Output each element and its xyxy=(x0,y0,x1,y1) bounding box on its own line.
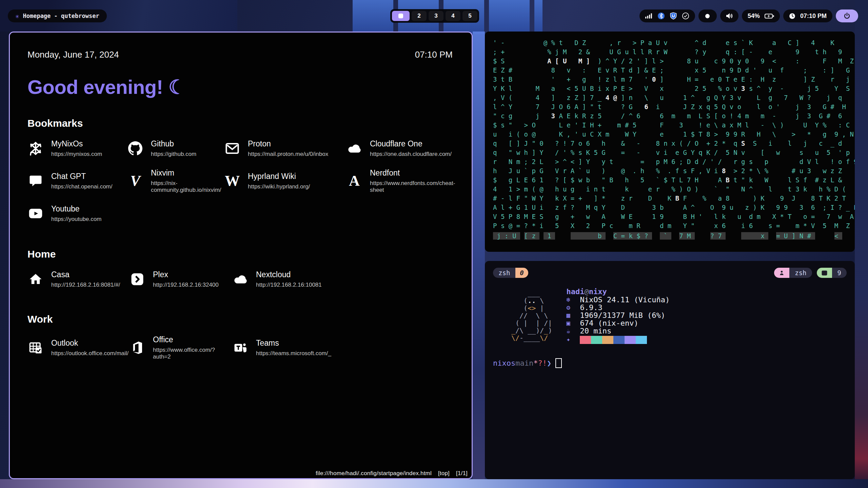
link-url: http://192.168.2.16:10081 xyxy=(256,282,322,288)
statusbar-url: file:///home/hadi/.config/startpage/inde… xyxy=(316,470,432,476)
link-name: Plex xyxy=(153,270,219,279)
wallpaper-light-beam xyxy=(473,32,485,482)
link-name: Cloudflare One xyxy=(370,139,452,148)
link-chat-gpt[interactable]: Chat GPThttps://chat.openai.com/ xyxy=(27,168,127,194)
a-letter-icon: A xyxy=(349,174,360,188)
link-url: https://mynixos.com xyxy=(51,151,102,158)
snowflake-icon xyxy=(27,140,44,157)
qutebrowser-window: Monday, June 17, 2024 07:10 PM Good even… xyxy=(9,32,473,479)
fetch-kernel: ⚙6.9.3 xyxy=(566,304,670,311)
section-grid: MyNixOshttps://mynixos.comGithubhttps://… xyxy=(27,139,453,223)
cmatrix-terminal[interactable]: ' - @ % t D Z , r > P a U v ^ d e s ` K … xyxy=(485,32,855,252)
link-plex[interactable]: Plexhttp://192.168.2.16:32400 xyxy=(129,270,232,288)
link-github[interactable]: Githubhttps://github.com xyxy=(127,139,224,158)
fetch-user-host: hadi@nixy xyxy=(566,287,670,296)
link-name: Casa xyxy=(51,270,120,279)
link-proton[interactable]: Protonhttps://mail.proton.me/u/0/inbox xyxy=(224,139,346,158)
section-grid: Casahttp://192.168.2.16:8081/#/Plexhttp:… xyxy=(27,270,453,288)
link-url: https://www.nerdfonts.com/cheat-sheet xyxy=(370,180,455,194)
power-button[interactable] xyxy=(836,9,858,22)
workspace-2[interactable]: 2 xyxy=(412,11,427,21)
chat-icon xyxy=(27,173,44,189)
matrix-row: 4 1 > m ( @ h u g i n t k e r % ) O ) ` … xyxy=(493,185,855,194)
os-icon: ❄ xyxy=(566,296,580,304)
battery-status[interactable]: 54% xyxy=(742,9,780,22)
link-url: https://github.com xyxy=(151,151,196,158)
prompt-git-branch: main xyxy=(515,359,533,367)
color-swatch xyxy=(613,336,625,344)
section-grid: Outlookhttps://outlook.office.com/mail/O… xyxy=(27,335,453,360)
clock-icon xyxy=(789,13,795,19)
github-icon xyxy=(127,140,143,157)
link-url: https://one.dash.cloudflare.com/ xyxy=(370,151,452,158)
matrix-row: u i ( o @ K , ' u C X m W Y e 1 $ T 8 > … xyxy=(493,130,855,139)
idle-indicator[interactable] xyxy=(698,9,717,22)
page-date: Monday, June 17, 2024 xyxy=(27,49,119,60)
link-url: https://wiki.hyprland.org/ xyxy=(248,183,310,190)
shell-terminal[interactable]: zsh 0 zsh9 ___ (.. \ (<> | // \ \ ( | | … xyxy=(485,261,855,479)
status-zsh[interactable]: zsh xyxy=(774,268,812,278)
check-icon xyxy=(682,12,689,20)
volume-control[interactable] xyxy=(720,9,738,22)
link-name: Nextcloud xyxy=(256,270,322,279)
link-teams[interactable]: Teamshttps://teams.microsoft.com/_ xyxy=(232,335,453,360)
section-bookmarks: BookmarksMyNixOshttps://mynixos.comGithu… xyxy=(27,118,453,223)
greeting: Good evening! ☾ xyxy=(27,76,453,99)
tray-status-icons[interactable] xyxy=(639,9,695,22)
link-url: http://192.168.2.16:32400 xyxy=(153,282,219,288)
prompt-git-dirty: * xyxy=(533,359,538,367)
v-letter-icon: V xyxy=(127,173,143,189)
status-label: zsh xyxy=(789,268,812,278)
workspace-1[interactable] xyxy=(392,11,410,21)
matrix-row: q " w h ] Y / ' % s K 5 G = - v i e G Y … xyxy=(493,148,855,157)
link-name: Nixvim xyxy=(151,168,224,178)
status-right: zsh9 xyxy=(774,268,847,278)
matrix-row: $ s " > O L e ' I H + m # 5 F 3 ! e \ a … xyxy=(493,121,855,130)
link-youtube[interactable]: Youtubehttps://youtube.com xyxy=(27,204,127,223)
matrix-row: l ^ Y 7 J O 6 A ] " t ? G 6 i J Z x q 5 … xyxy=(493,102,855,111)
workspace-5[interactable]: 5 xyxy=(462,11,477,21)
home-icon xyxy=(27,271,44,287)
matrix-row: ' - @ % t D Z , r > P a U v ^ d e s ` K … xyxy=(493,38,855,47)
color-swatch xyxy=(602,336,613,344)
link-hyprland-wiki[interactable]: WHyprland Wikihttps://wiki.hyprland.org/ xyxy=(224,168,346,194)
link-nixvim[interactable]: VNixvimhttps://nix-community.github.io/n… xyxy=(127,168,224,194)
tab-zsh[interactable]: zsh 0 xyxy=(493,268,528,278)
terminal-cursor xyxy=(555,358,562,368)
link-mynixos[interactable]: MyNixOshttps://mynixos.com xyxy=(27,139,127,158)
person-icon xyxy=(774,268,789,278)
link-name: Chat GPT xyxy=(51,172,113,181)
section-title: Home xyxy=(27,248,453,260)
link-outlook[interactable]: Outlookhttps://outlook.office.com/mail/ xyxy=(27,335,129,360)
link-nextcloud[interactable]: Nextcloudhttp://192.168.2.16:10081 xyxy=(232,270,453,288)
clock-time: 07:10 PM xyxy=(800,13,827,20)
status-9[interactable]: 9 xyxy=(817,268,847,278)
speaker-icon xyxy=(725,12,733,20)
link-url: https://teams.microsoft.com/_ xyxy=(256,350,331,357)
fetch-user: hadi xyxy=(566,288,584,296)
page-time: 07:10 PM xyxy=(415,49,453,60)
fetch-kernel-value: 6.9.3 xyxy=(580,304,602,311)
shell-prompt[interactable]: nixos main*?! ❯ xyxy=(493,358,847,368)
fetch-uptime-value: 20 mins xyxy=(580,327,611,335)
a-letter-icon: A xyxy=(346,173,362,189)
tux-ascii-art: ___ (.. \ (<> | // \ \ ( | | /| _/\ __)/… xyxy=(511,289,552,344)
link-casa[interactable]: Casahttp://192.168.2.16:8081/#/ xyxy=(27,270,129,288)
link-nerdfont[interactable]: ANerdfonthttps://www.nerdfonts.com/cheat… xyxy=(346,168,455,194)
active-workspace-icon xyxy=(398,14,403,18)
fetch-colors: ✦ xyxy=(566,335,670,344)
link-url: https://outlook.office.com/mail/ xyxy=(51,350,129,357)
palette-icon: ✦ xyxy=(566,336,580,343)
clock[interactable]: 07:10 PM xyxy=(783,9,832,22)
nix-logo-icon: ✳ xyxy=(15,13,19,19)
link-office[interactable]: Officehttps://www.office.com/?auth=2 xyxy=(129,335,232,360)
workspace-3[interactable]: 3 xyxy=(429,11,443,21)
link-cloudflare-one[interactable]: Cloudflare Onehttps://one.dash.cloudflar… xyxy=(346,139,455,158)
fetch-memory: ▦1969/31377 MiB (6%) xyxy=(566,311,670,319)
status-label: 9 xyxy=(832,268,847,278)
active-window-title[interactable]: ✳ Homepage - qutebrowser xyxy=(8,9,107,22)
uptime-icon: ☕ xyxy=(566,327,580,335)
battery-percent: 54% xyxy=(748,13,760,20)
workspace-4[interactable]: 4 xyxy=(446,11,460,21)
prompt-git-flags: ?! xyxy=(538,359,547,367)
